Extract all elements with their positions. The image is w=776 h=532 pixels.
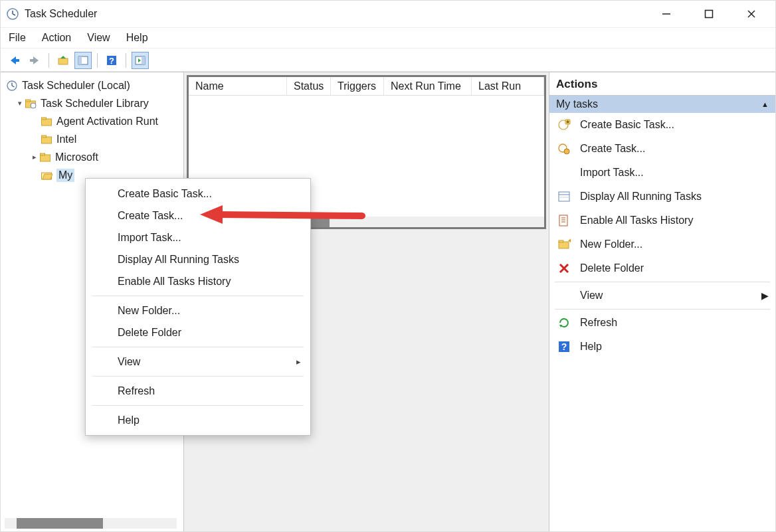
open-folder-icon xyxy=(41,169,52,181)
collapse-up-icon[interactable]: ▲ xyxy=(761,100,769,108)
help-toolbar-button[interactable]: ? xyxy=(103,52,120,69)
tree-library[interactable]: ▾ Task Scheduler Library xyxy=(3,94,183,112)
chevron-right-icon[interactable]: ▸ xyxy=(30,153,39,161)
tree-scrollbar-thumb[interactable] xyxy=(17,518,103,529)
app-clock-icon xyxy=(6,7,19,21)
tree-item-label: Microsoft xyxy=(55,151,98,163)
action-label: New Folder... xyxy=(580,238,642,250)
import-icon xyxy=(557,166,571,179)
ctx-create-basic-task[interactable]: Create Basic Task... xyxy=(86,183,310,205)
svg-text:?: ? xyxy=(561,341,567,352)
toolbar-separator xyxy=(97,53,98,68)
menu-action[interactable]: Action xyxy=(42,32,71,44)
ctx-separator xyxy=(92,347,304,347)
folder-clock-icon xyxy=(25,98,37,110)
menu-help[interactable]: Help xyxy=(126,32,148,44)
svg-rect-8 xyxy=(15,59,19,62)
action-create-basic-task[interactable]: ★ Create Basic Task... xyxy=(549,113,775,137)
up-folder-button[interactable] xyxy=(54,52,72,69)
maximize-button[interactable] xyxy=(697,5,721,23)
svg-marker-33 xyxy=(43,174,52,179)
tree-item-microsoft[interactable]: ▸ Microsoft xyxy=(3,148,183,166)
action-label: Delete Folder xyxy=(580,262,644,274)
ctx-display-running[interactable]: Display All Running Tasks xyxy=(86,248,310,270)
action-create-task[interactable]: Create Task... xyxy=(549,137,775,161)
toolbar-separator xyxy=(48,53,49,68)
svg-point-38 xyxy=(564,149,569,154)
tree-item-agent-activation[interactable]: Agent Activation Runt xyxy=(3,112,183,130)
action-view[interactable]: View ▶ xyxy=(549,284,775,308)
svg-rect-11 xyxy=(58,58,68,64)
action-label: Import Task... xyxy=(580,167,644,179)
show-hide-console-tree-button[interactable] xyxy=(74,52,92,69)
tree-item-label: Intel xyxy=(56,133,76,145)
clock-icon xyxy=(6,80,18,92)
action-delete-folder[interactable]: Delete Folder xyxy=(549,256,775,280)
col-name[interactable]: Name xyxy=(189,77,287,95)
ctx-help[interactable]: Help xyxy=(86,409,310,431)
svg-marker-12 xyxy=(60,56,66,58)
col-last-run[interactable]: Last Run xyxy=(472,77,544,95)
col-next-run[interactable]: Next Run Time xyxy=(384,77,472,95)
actions-context-header[interactable]: My tasks ▲ xyxy=(549,96,775,113)
action-enable-history[interactable]: Enable All Tasks History xyxy=(549,209,775,232)
actions-separator xyxy=(555,282,770,282)
nav-back-button[interactable] xyxy=(6,52,23,69)
svg-rect-27 xyxy=(42,118,47,120)
ctx-refresh[interactable]: Refresh xyxy=(86,380,310,402)
svg-rect-24 xyxy=(26,100,31,102)
svg-rect-29 xyxy=(42,135,47,137)
toolbar: ? xyxy=(1,48,775,72)
folder-icon xyxy=(41,133,52,145)
svg-text:★: ★ xyxy=(565,119,570,125)
svg-text:✦: ✦ xyxy=(567,238,571,244)
tree-library-label: Task Scheduler Library xyxy=(41,98,149,110)
svg-rect-10 xyxy=(30,59,35,62)
svg-text:?: ? xyxy=(109,56,114,66)
tree-root[interactable]: Task Scheduler (Local) xyxy=(3,76,183,94)
task-list-header: Name Status Triggers Next Run Time Last … xyxy=(189,77,544,96)
chevron-right-icon: ▶ xyxy=(761,290,769,301)
col-triggers[interactable]: Triggers xyxy=(331,77,384,95)
ctx-import-task[interactable]: Import Task... xyxy=(86,226,310,248)
chevron-right-icon: ▸ xyxy=(296,357,301,367)
titlebar: Task Scheduler xyxy=(1,1,775,27)
blank-icon xyxy=(557,289,571,302)
context-menu: Create Basic Task... Create Task... Impo… xyxy=(85,178,311,436)
ctx-create-task[interactable]: Create Task... xyxy=(86,205,310,226)
minimize-button[interactable] xyxy=(654,5,678,23)
col-status[interactable]: Status xyxy=(287,77,331,95)
actions-separator xyxy=(555,309,770,310)
clock-new-icon: ★ xyxy=(557,118,571,132)
tree-item-label: Agent Activation Runt xyxy=(56,116,158,128)
nav-forward-button[interactable] xyxy=(26,52,43,69)
close-button[interactable] xyxy=(739,5,763,23)
show-hide-action-pane-button[interactable] xyxy=(132,52,149,69)
action-label: Create Task... xyxy=(580,143,645,155)
menu-file[interactable]: File xyxy=(9,32,26,44)
action-label: Enable All Tasks History xyxy=(580,215,693,226)
new-folder-icon: ✦ xyxy=(557,238,571,251)
menubar: File Action View Help xyxy=(1,27,775,48)
ctx-view[interactable]: View▸ xyxy=(86,351,310,373)
help-icon: ? xyxy=(557,340,571,353)
svg-rect-18 xyxy=(142,56,145,64)
menu-view[interactable]: View xyxy=(87,32,110,44)
action-import-task[interactable]: Import Task... xyxy=(549,161,775,185)
chevron-down-icon[interactable]: ▾ xyxy=(15,99,25,108)
tree-item-intel[interactable]: Intel xyxy=(3,130,183,148)
ctx-delete-folder[interactable]: Delete Folder xyxy=(86,321,310,343)
action-refresh[interactable]: Refresh xyxy=(549,311,775,335)
ctx-new-folder[interactable]: New Folder... xyxy=(86,300,310,321)
delete-icon xyxy=(557,262,571,275)
refresh-icon xyxy=(557,316,571,329)
action-help[interactable]: ? Help xyxy=(549,335,775,359)
ctx-enable-history[interactable]: Enable All Tasks History xyxy=(86,270,310,292)
svg-rect-31 xyxy=(41,153,45,155)
action-new-folder[interactable]: ✦ New Folder... xyxy=(549,232,775,256)
action-display-running-tasks[interactable]: Display All Running Tasks xyxy=(549,185,775,209)
toolbar-separator xyxy=(126,53,126,68)
svg-rect-42 xyxy=(559,215,567,226)
history-icon xyxy=(557,214,571,227)
tree-item-label: My xyxy=(56,169,74,182)
